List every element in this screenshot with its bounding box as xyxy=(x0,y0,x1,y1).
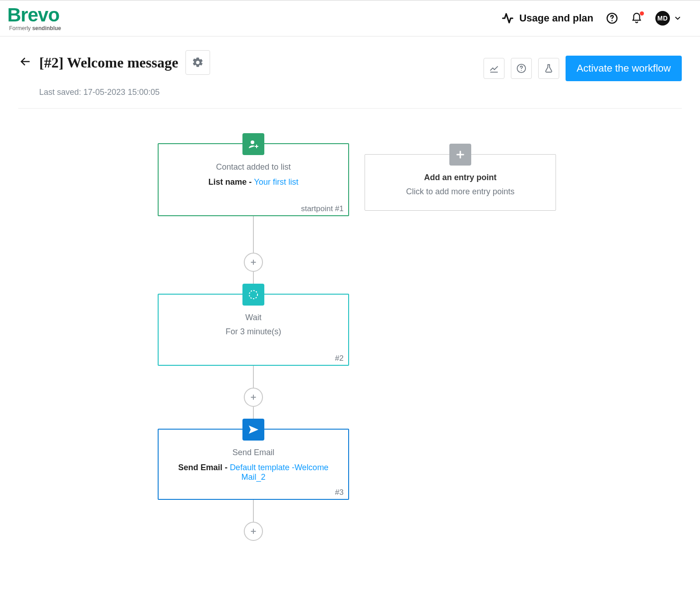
add-step-button[interactable] xyxy=(244,253,263,272)
usage-and-plan[interactable]: Usage and plan xyxy=(502,12,593,24)
send-line2: Send Email - Default template -Welcome M… xyxy=(168,463,339,482)
wait-sub: For 3 minute(s) xyxy=(168,327,339,337)
wait-footer: #2 xyxy=(335,354,344,363)
start-title: Contact added to list xyxy=(168,162,339,172)
connector-line xyxy=(253,366,254,388)
add-entry-point-node[interactable]: Add an entry point Click to add more ent… xyxy=(365,154,556,211)
svg-point-6 xyxy=(251,140,254,144)
help-icon[interactable] xyxy=(606,12,618,24)
flask-icon xyxy=(544,63,554,73)
title-left: [#2] Welcome message xyxy=(18,50,210,75)
page-title: [#2] Welcome message xyxy=(39,54,178,71)
svg-point-1 xyxy=(612,20,613,21)
wait-title: Wait xyxy=(168,313,339,322)
send-label-prefix: Send Email - xyxy=(178,463,230,472)
send-email-node[interactable]: Send Email Send Email - Default template… xyxy=(158,429,349,500)
chevron-down-icon xyxy=(674,14,682,22)
brand-sub-bold: sendinblue xyxy=(32,25,61,31)
start-node[interactable]: Contact added to list List name - Your f… xyxy=(158,143,349,216)
start-footer: startpoint #1 xyxy=(301,204,344,213)
titlebar: [#2] Welcome message Activate the workfl… xyxy=(0,36,700,116)
activate-button[interactable]: Activate the workflow xyxy=(566,56,682,81)
start-link[interactable]: Your first list xyxy=(254,177,298,187)
flow-column: Contact added to list List name - Your f… xyxy=(158,143,349,541)
account-menu[interactable]: MD xyxy=(655,11,682,26)
brand-subtitle: Formerly sendinblue xyxy=(7,26,61,31)
entry-title: Add an entry point xyxy=(374,173,546,182)
connector-line xyxy=(253,216,254,253)
brand-logo: Brevo xyxy=(7,5,61,25)
brand[interactable]: Brevo Formerly sendinblue xyxy=(7,5,61,31)
add-step-button[interactable] xyxy=(244,388,263,407)
wait-icon xyxy=(242,284,264,306)
notifications-icon[interactable] xyxy=(631,12,643,24)
entry-sub: Click to add more entry points xyxy=(374,187,546,197)
workflow-canvas: Add an entry point Click to add more ent… xyxy=(0,116,700,602)
gear-icon xyxy=(192,57,204,68)
activity-icon xyxy=(502,12,514,24)
send-icon xyxy=(242,419,264,441)
test-button[interactable] xyxy=(538,58,559,79)
back-button[interactable] xyxy=(18,55,32,70)
send-link[interactable]: Default template -Welcome Mail_2 xyxy=(230,463,329,482)
title-right: Activate the workflow xyxy=(484,56,682,81)
notification-dot xyxy=(640,11,644,16)
send-footer: #3 xyxy=(335,488,344,497)
usage-label: Usage and plan xyxy=(519,12,593,24)
start-label-prefix: List name - xyxy=(208,177,254,187)
help-icon xyxy=(516,63,526,73)
last-saved: Last saved: 17-05-2023 15:00:05 xyxy=(39,88,682,97)
user-plus-icon xyxy=(242,133,264,155)
stats-button[interactable] xyxy=(484,58,504,79)
help-button[interactable] xyxy=(511,58,532,79)
svg-point-3 xyxy=(521,70,522,71)
start-line2: List name - Your first list xyxy=(168,177,339,187)
add-step-button[interactable] xyxy=(244,522,263,541)
brand-sub-prefix: Formerly xyxy=(9,25,32,31)
divider xyxy=(18,108,682,109)
send-title: Send Email xyxy=(168,448,339,457)
avatar: MD xyxy=(655,11,670,26)
wait-node[interactable]: Wait For 3 minute(s) #2 xyxy=(158,294,349,366)
navbar: Brevo Formerly sendinblue Usage and plan… xyxy=(0,0,700,36)
settings-button[interactable] xyxy=(185,50,210,75)
nav-right: Usage and plan MD xyxy=(502,11,682,26)
plus-icon xyxy=(449,144,471,166)
svg-point-9 xyxy=(249,291,257,299)
chart-icon xyxy=(489,63,499,73)
connector-line xyxy=(253,500,254,522)
